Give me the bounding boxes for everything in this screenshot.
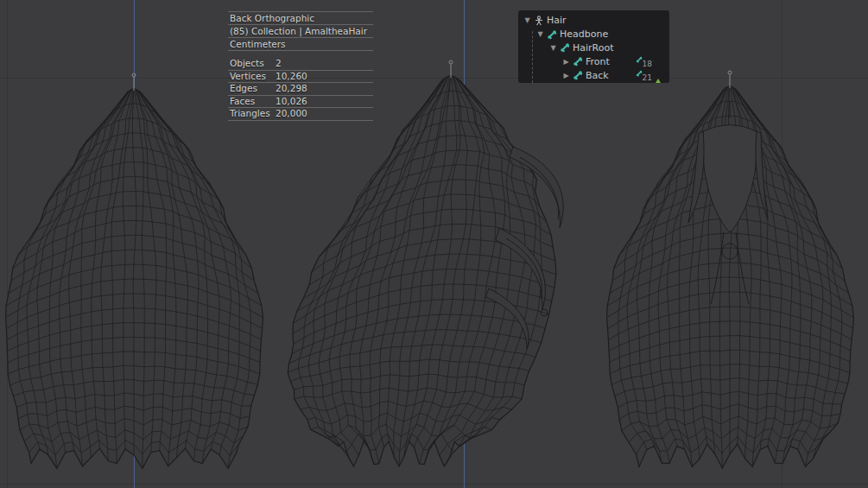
bone-icon xyxy=(636,70,643,77)
outliner-item-label: HairRoot xyxy=(573,42,614,54)
viewport-header-overlay: Back Orthographic (85) Collection | Amal… xyxy=(228,11,373,121)
stat-label: Objects xyxy=(230,58,276,70)
stat-label: Faces xyxy=(230,96,276,108)
outliner-panel: ▼Hair▼Headbone▼HairRoot▶Front18▶Back21 xyxy=(518,10,669,83)
overlay-spacer xyxy=(228,51,373,58)
stat-row-vertices: Vertices10,260 xyxy=(228,71,373,84)
bone-icon xyxy=(573,56,583,67)
stat-value: 10,026 xyxy=(276,96,371,108)
bone-count-badge: 18 xyxy=(636,56,652,65)
outliner-item-label: Hair xyxy=(547,15,567,26)
stat-row-edges: Edges20,298 xyxy=(228,83,373,96)
stat-label: Edges xyxy=(230,83,276,95)
statistics-table: Objects2Vertices10,260Edges20,298Faces10… xyxy=(228,58,373,121)
stat-label: Vertices xyxy=(230,71,276,83)
outliner-item-label: Back xyxy=(586,70,609,81)
bone-count: 18 xyxy=(643,60,652,68)
bone-icon xyxy=(560,42,570,53)
stat-row-triangles: Triangles20,000 xyxy=(228,108,373,121)
stat-value: 10,260 xyxy=(276,71,371,83)
chevron-down-icon[interactable]: ▼ xyxy=(536,30,544,38)
outliner-item-label: Front xyxy=(586,56,610,67)
armature-icon xyxy=(534,16,544,26)
bone-icon xyxy=(547,29,557,40)
chevron-down-icon[interactable]: ▼ xyxy=(523,16,531,24)
outliner-row-front[interactable]: ▶Front18 xyxy=(518,54,669,68)
outliner-item-label: Headbone xyxy=(560,29,608,40)
viewport-canvas[interactable] xyxy=(0,0,868,488)
stat-value: 20,000 xyxy=(276,108,371,120)
outliner-row-hair[interactable]: ▼Hair xyxy=(518,14,669,28)
chevron-right-icon[interactable]: ▶ xyxy=(562,58,570,66)
stat-label: Triangles xyxy=(230,108,276,120)
chevron-right-icon[interactable]: ▶ xyxy=(562,72,570,79)
stat-value: 20,298 xyxy=(276,83,371,95)
bone-icon xyxy=(636,56,643,63)
collection-info-label: (85) Collection | AmaltheaHair xyxy=(228,25,373,38)
bone-icon xyxy=(573,70,583,80)
mesh-data-icon xyxy=(654,78,662,83)
units-label: Centimeters xyxy=(228,38,373,51)
stat-row-faces: Faces10,026 xyxy=(228,96,373,109)
blender-viewport: Back Orthographic (85) Collection | Amal… xyxy=(0,0,868,488)
view-name-label: Back Orthographic xyxy=(228,12,373,25)
outliner-row-headbone[interactable]: ▼Headbone xyxy=(518,28,669,41)
outliner-row-back[interactable]: ▶Back21 xyxy=(518,68,669,82)
chevron-down-icon[interactable]: ▼ xyxy=(549,44,557,52)
stat-value: 2 xyxy=(276,58,371,70)
bone-count-badge: 21 xyxy=(636,70,652,79)
outliner-tree: ▼Hair▼Headbone▼HairRoot▶Front18▶Back21 xyxy=(518,14,669,82)
outliner-row-hairroot[interactable]: ▼HairRoot xyxy=(518,41,669,55)
stat-row-objects: Objects2 xyxy=(228,58,373,71)
bone-count: 21 xyxy=(643,73,652,82)
